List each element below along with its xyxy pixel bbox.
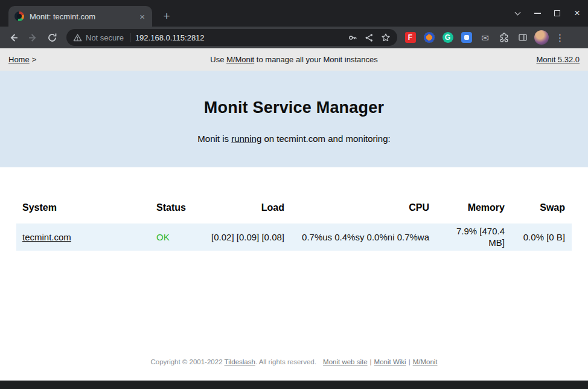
extension-grammarly-button[interactable]: G: [438, 28, 457, 47]
address-bar[interactable]: Not secure 192.168.0.115:2812: [66, 29, 397, 46]
table-header-row: System Status Load CPU Memory Swap: [16, 202, 572, 214]
subtitle-prefix: Monit is: [197, 133, 231, 144]
maximize-icon: [554, 10, 560, 16]
header-swap: Swap: [505, 202, 572, 213]
header-system: System: [16, 202, 156, 213]
header-cpu: CPU: [284, 202, 429, 213]
window-minimize-button[interactable]: [531, 7, 543, 19]
avatar-image: [534, 30, 549, 45]
service-tecmint-link[interactable]: tecmint.com: [22, 232, 71, 242]
page-title: Monit Service Manager: [0, 98, 588, 117]
monit-wiki-link[interactable]: Monit Wiki: [374, 358, 406, 365]
profile-avatar[interactable]: [532, 28, 551, 47]
tab-bar: Monit: tecmint.com × + ×: [0, 0, 588, 27]
puzzle-icon: [499, 33, 509, 42]
extension-flipboard-button[interactable]: F: [401, 28, 420, 47]
omnibox-actions: [348, 33, 391, 42]
system-cell: tecmint.com: [16, 232, 156, 242]
not-secure-label[interactable]: Not secure: [86, 33, 124, 42]
window-close-button[interactable]: ×: [571, 7, 583, 19]
bookmark-star-icon[interactable]: [381, 33, 391, 42]
back-arrow-icon: [8, 33, 19, 43]
window-maximize-button[interactable]: [551, 7, 563, 19]
tildeslash-link[interactable]: Tildeslash: [225, 358, 255, 365]
lens-icon: [424, 32, 435, 43]
mmonit-footer-link[interactable]: M/Monit: [413, 358, 438, 365]
page-footer: Copyright © 2001-2022 Tildeslash. All ri…: [0, 358, 588, 365]
copyright-text: Copyright © 2001-2022: [150, 358, 224, 365]
mmonit-link[interactable]: M/Monit: [226, 55, 254, 64]
tab-search-button[interactable]: [511, 7, 523, 19]
not-secure-warning-icon[interactable]: [73, 33, 82, 42]
tab-close-icon[interactable]: ×: [138, 12, 146, 21]
copyright-suffix: . All rights reserved.: [255, 358, 316, 365]
page-subtitle: Monit is running on tecmint.com and moni…: [0, 133, 588, 144]
flipboard-icon: F: [405, 32, 416, 43]
table-row: tecmint.com OK [0.02] [0.09] [0.08] 0.7%…: [16, 223, 572, 251]
page-header: Monit Service Manager Monit is running o…: [0, 71, 588, 167]
back-button[interactable]: [4, 28, 22, 47]
mmonit-banner: Use M/Monit to manage all your Monit ins…: [0, 55, 588, 64]
header-status: Status: [156, 202, 205, 213]
blue-extension-icon: [461, 32, 472, 43]
window-controls: ×: [511, 0, 583, 27]
banner-text-suffix: to manage all your Monit instances: [254, 55, 378, 64]
new-tab-button[interactable]: +: [159, 9, 174, 24]
banner-text-prefix: Use: [210, 55, 226, 64]
running-status-link[interactable]: running: [231, 133, 261, 144]
extensions-menu-button[interactable]: [494, 28, 513, 47]
password-key-icon[interactable]: [348, 33, 357, 42]
side-panel-button[interactable]: [513, 28, 532, 47]
mail-icon: ✉: [481, 33, 489, 42]
browser-tab[interactable]: Monit: tecmint.com ×: [8, 6, 152, 27]
grammarly-icon: G: [443, 32, 453, 43]
browser-toolbar: Not secure 192.168.0.115:2812 F G ✉: [0, 27, 588, 48]
footer-separator: |: [370, 358, 372, 365]
bottom-bar: [0, 381, 588, 389]
tab-title: Monit: tecmint.com: [30, 12, 133, 21]
cpu-value: 0.7%us 0.4%sy 0.0%ni 0.7%wa: [284, 232, 429, 242]
header-load: Load: [205, 202, 284, 213]
footer-separator: |: [409, 358, 411, 365]
subtitle-suffix: on tecmint.com and monitoring:: [261, 133, 390, 144]
load-value: [0.02] [0.09] [0.08]: [205, 232, 284, 242]
forward-arrow-icon: [28, 33, 38, 43]
monit-nav-bar: Home> Use M/Monit to manage all your Mon…: [0, 48, 588, 71]
services-table: System Status Load CPU Memory Swap tecmi…: [16, 202, 572, 251]
reload-button[interactable]: [43, 28, 61, 47]
omnibox-divider: [130, 33, 130, 42]
memory-value: 7.9% [470.4 MB]: [429, 225, 505, 249]
monit-favicon-icon: [14, 11, 24, 21]
header-memory: Memory: [429, 202, 505, 214]
browser-menu-button[interactable]: ⋮: [551, 28, 569, 47]
monit-website-link[interactable]: Monit web site: [323, 358, 368, 365]
monit-page: Home> Use M/Monit to manage all your Mon…: [0, 48, 588, 381]
extension-lens-button[interactable]: [420, 28, 438, 47]
side-panel-icon: [518, 33, 528, 42]
chevron-down-icon: [514, 10, 520, 16]
minimize-icon: [534, 13, 541, 14]
share-icon[interactable]: [365, 33, 374, 42]
reload-icon: [47, 33, 57, 43]
extension-mail-button[interactable]: ✉: [476, 28, 494, 47]
extension-blue-button[interactable]: [457, 28, 476, 47]
forward-button[interactable]: [24, 28, 42, 47]
status-value: OK: [156, 232, 205, 242]
url-text[interactable]: 192.168.0.115:2812: [135, 33, 348, 42]
swap-value: 0.0% [0 B]: [505, 232, 572, 242]
